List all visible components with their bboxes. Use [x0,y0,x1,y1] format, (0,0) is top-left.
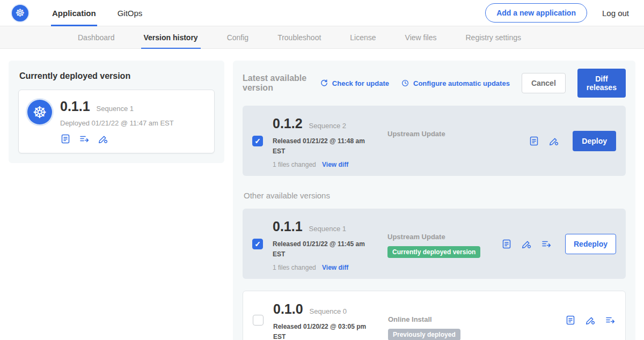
release-notes-icon[interactable] [565,315,576,326]
version-source-label: Online Install [388,315,565,323]
released-timestamp: Released 01/21/22 @ 11:48 am EST [273,136,370,156]
add-new-application-button[interactable]: Add a new application [485,3,587,23]
edit-config-icon[interactable] [98,134,108,144]
sequence-label: Sequence 1 [309,225,346,233]
main-content: Currently deployed version ☸ 0.1.1 Seque… [0,49,644,340]
version-row: 0.1.0 Sequence 0 Released 01/20/22 @ 03:… [243,291,626,340]
release-notes-icon[interactable] [501,239,512,249]
edit-config-icon[interactable] [548,136,559,146]
version-source-label: Upstream Update [387,130,529,138]
sequence-label: Sequence 2 [309,122,346,130]
top-tab-gitops[interactable]: GitOps [116,0,144,26]
currently-deployed-badge: Currently deployed version [387,246,480,258]
currently-deployed-panel: Currently deployed version ☸ 0.1.1 Seque… [9,61,224,163]
version-row: 0.1.2 Sequence 2 Released 01/21/22 @ 11:… [243,106,626,176]
release-notes-icon[interactable] [529,136,539,146]
view-diff-link[interactable]: View diff [322,161,348,168]
edit-config-icon[interactable] [585,315,596,326]
currently-deployed-title: Currently deployed version [19,71,215,81]
other-versions-label: Other available versions [244,191,625,200]
release-notes-icon[interactable] [60,134,71,144]
top-tab-application[interactable]: Application [51,0,97,26]
released-timestamp: Released 01/21/22 @ 11:45 am EST [273,239,370,259]
version-number: 0.1.1 [273,219,303,234]
version-row: 0.1.1 Sequence 1 Released 01/21/22 @ 11:… [243,209,626,279]
latest-version-panel: Latest available version Check for updat… [233,61,635,340]
version-checkbox[interactable] [252,239,263,249]
latest-version-title: Latest available version [243,73,308,93]
check-for-update-link[interactable]: Check for update [320,79,389,87]
top-navbar: ☸ Application GitOps Add a new applicati… [0,0,644,26]
tab-registry-settings[interactable]: Registry settings [451,26,535,49]
refresh-icon [320,79,328,87]
app-kubernetes-icon: ☸ [27,100,52,124]
tab-dashboard[interactable]: Dashboard [63,26,129,49]
tab-license[interactable]: License [335,26,390,49]
version-checkbox[interactable] [252,136,263,146]
deploy-logs-icon[interactable] [605,315,616,326]
diff-releases-button[interactable]: Diff releases [577,69,626,98]
tab-view-files[interactable]: View files [391,26,451,49]
released-timestamp: Released 01/20/22 @ 03:05 pm EST [273,322,371,340]
version-source-label: Upstream Update [387,233,501,241]
clock-icon [401,79,409,87]
app-subnav: Dashboard Version history Config Trouble… [0,26,644,49]
deploy-logs-icon[interactable] [79,134,90,144]
deployed-timestamp: Deployed 01/21/22 @ 11:47 am EST [60,119,174,127]
deployed-version-number: 0.1.1 [60,99,90,114]
deploy-button[interactable]: Deploy [573,131,616,151]
edit-config-icon[interactable] [521,239,532,249]
version-number: 0.1.2 [273,116,303,131]
files-changed-label: 1 files changed [273,264,316,271]
redeploy-button[interactable]: Redeploy [565,234,616,254]
tab-version-history[interactable]: Version history [129,26,213,49]
version-checkbox[interactable] [253,315,264,326]
previously-deployed-badge: Previously deployed [388,329,460,340]
configure-auto-updates-link[interactable]: Configure automatic updates [401,79,510,87]
files-changed-label: 1 files changed [273,161,316,168]
tab-troubleshoot[interactable]: Troubleshoot [263,26,335,49]
version-number: 0.1.0 [273,301,303,317]
deploy-logs-icon[interactable] [541,239,552,249]
kubernetes-logo-icon: ☸ [12,5,28,21]
deployed-version-card: ☸ 0.1.1 Sequence 1 Deployed 01/21/22 @ 1… [18,90,215,153]
logout-link[interactable]: Log out [602,9,629,18]
cancel-button[interactable]: Cancel [522,73,566,93]
deployed-sequence-label: Sequence 1 [97,105,134,113]
tab-config[interactable]: Config [213,26,263,49]
sequence-label: Sequence 0 [310,307,347,315]
view-diff-link[interactable]: View diff [322,264,348,271]
latest-version-header: Latest available version Check for updat… [243,69,626,98]
